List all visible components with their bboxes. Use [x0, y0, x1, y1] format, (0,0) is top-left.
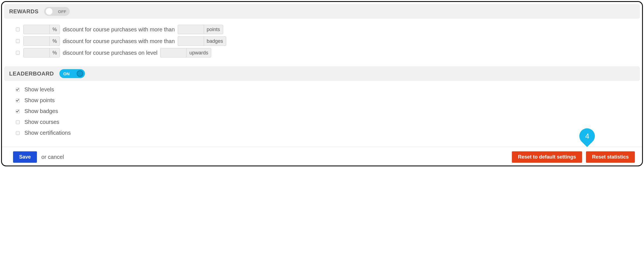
toggle-knob	[77, 70, 83, 77]
footer-right: Reset to default settings Reset statisti…	[512, 151, 635, 163]
footer-bar: Save or cancel Reset to default settings…	[2, 147, 642, 166]
leaderboard-toggle-label: ON	[63, 71, 70, 76]
percent-addon: %	[49, 48, 60, 57]
reward-badges-percent-group: %	[23, 36, 60, 46]
show-badges-label: Show badges	[24, 108, 58, 114]
show-points-checkbox[interactable]	[16, 99, 20, 102]
reward-points-value-input[interactable]	[178, 25, 204, 34]
reward-points-text: discount for course purchases with more …	[63, 26, 175, 33]
percent-addon: %	[49, 25, 60, 34]
reward-row-badges: % discount for course purchases with mor…	[15, 36, 634, 46]
rewards-title: REWARDS	[9, 8, 39, 15]
leaderboard-item-certifications: Show certifications	[15, 130, 634, 136]
leaderboard-item-badges: Show badges	[15, 108, 634, 114]
reward-badges-text: discount for course purchases with more …	[63, 38, 175, 44]
reward-badges-percent-input[interactable]	[23, 36, 49, 46]
settings-panel: REWARDS OFF % discount for course purcha…	[1, 1, 643, 166]
reward-level-value-group: upwards	[160, 48, 211, 57]
reward-badges-value-group: badges	[178, 36, 226, 46]
show-courses-label: Show courses	[24, 119, 59, 125]
show-levels-checkbox[interactable]	[16, 88, 20, 92]
leaderboard-item-points: Show points	[15, 97, 634, 104]
or-cancel-text: or cancel	[41, 154, 64, 160]
reward-level-value-input[interactable]	[160, 48, 186, 57]
rewards-section-header: REWARDS OFF	[4, 4, 640, 19]
leaderboard-toggle[interactable]: ON	[59, 69, 85, 78]
save-button[interactable]: Save	[13, 151, 37, 163]
reward-badges-checkbox[interactable]	[16, 39, 20, 43]
cancel-link[interactable]: cancel	[48, 154, 64, 160]
reward-level-checkbox[interactable]	[16, 51, 20, 55]
percent-addon: %	[49, 36, 60, 46]
leaderboard-title: LEADERBOARD	[9, 71, 54, 77]
points-addon: points	[204, 25, 223, 34]
reward-level-percent-group: %	[23, 48, 60, 57]
reward-level-percent-input[interactable]	[23, 48, 49, 57]
footer-left: Save or cancel	[13, 151, 64, 163]
rewards-toggle[interactable]: OFF	[44, 7, 70, 16]
show-certifications-checkbox[interactable]	[16, 131, 20, 135]
leaderboard-item-levels: Show levels	[15, 86, 634, 93]
reward-level-text: discount for course purchases on level	[63, 50, 157, 56]
reset-defaults-button[interactable]: Reset to default settings	[512, 151, 582, 163]
rewards-toggle-label: OFF	[58, 9, 66, 14]
leaderboard-body: Show levels Show points Show badges Show…	[2, 81, 642, 145]
rewards-body: % discount for course purchases with mor…	[2, 19, 642, 64]
reward-badges-value-input[interactable]	[178, 36, 204, 46]
reward-points-percent-input[interactable]	[23, 25, 49, 34]
badges-addon: badges	[204, 36, 226, 46]
upwards-addon: upwards	[186, 48, 211, 57]
toggle-knob	[46, 8, 52, 15]
leaderboard-section-header: LEADERBOARD ON	[4, 66, 640, 81]
show-points-label: Show points	[24, 97, 55, 104]
reward-row-level: % discount for course purchases on level…	[15, 48, 634, 57]
reward-points-value-group: points	[178, 25, 223, 34]
show-levels-label: Show levels	[24, 86, 54, 93]
step-balloon-number: 4	[585, 132, 589, 141]
reward-points-checkbox[interactable]	[16, 27, 20, 31]
show-courses-checkbox[interactable]	[16, 120, 20, 124]
show-badges-checkbox[interactable]	[16, 109, 20, 113]
show-certifications-label: Show certifications	[24, 130, 71, 136]
reward-row-points: % discount for course purchases with mor…	[15, 25, 634, 34]
reward-points-percent-group: %	[23, 25, 60, 34]
reset-statistics-button[interactable]: Reset statistics	[586, 151, 635, 163]
leaderboard-item-courses: Show courses	[15, 119, 634, 125]
